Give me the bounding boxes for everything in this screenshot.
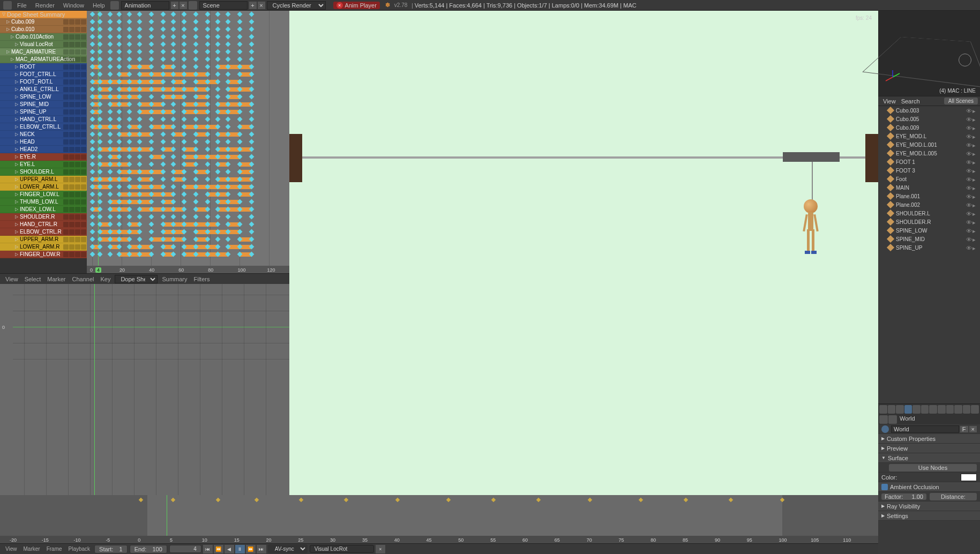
tab-layers-icon[interactable] bbox=[888, 405, 896, 414]
tab-material-icon[interactable] bbox=[946, 405, 954, 414]
layout-del[interactable]: × bbox=[179, 2, 187, 9]
channel-lower-arm-l[interactable]: ▷LOWER_ARM.L bbox=[0, 183, 87, 191]
node-icon[interactable] bbox=[881, 464, 889, 471]
channel-lower-arm-r[interactable]: ▷LOWER_ARM.R bbox=[0, 243, 87, 251]
dope-menu-channel[interactable]: Channel bbox=[69, 276, 97, 282]
channel-shoulder-r[interactable]: ▷SHOULDER.R bbox=[0, 213, 87, 221]
distance-field[interactable]: Distance: bbox=[930, 493, 977, 500]
current-frame-field[interactable]: 4 bbox=[169, 545, 201, 553]
nav-widget-icon[interactable] bbox=[959, 54, 971, 66]
world-icon[interactable] bbox=[881, 425, 889, 433]
tab-object-icon[interactable] bbox=[912, 405, 921, 414]
outliner-item-main[interactable]: MAIN👁▸ bbox=[878, 183, 980, 192]
channel-upper-arm-r[interactable]: ▷UPPER_ARM.R bbox=[0, 236, 87, 243]
outliner-item-spine-mid[interactable]: SPINE_MID👁▸ bbox=[878, 235, 980, 243]
dope-menu-select[interactable]: Select bbox=[21, 276, 44, 282]
channel-shoulder-l[interactable]: ▷SHOULDER.L bbox=[0, 168, 87, 176]
outliner-item-plane-001[interactable]: Plane.001👁▸ bbox=[878, 192, 980, 200]
scene-del[interactable]: × bbox=[258, 2, 265, 9]
channel-cubo-009[interactable]: ▷Cubo.009 bbox=[0, 18, 87, 26]
outliner-item-shoulder-r[interactable]: SHOULDER.R👁▸ bbox=[878, 218, 980, 226]
outliner-item-cubo-005[interactable]: Cubo.005👁▸ bbox=[878, 115, 980, 123]
outliner-item-eye-mod-l-001[interactable]: EYE_MOD.L.001👁▸ bbox=[878, 140, 980, 149]
outliner-item-foot-3[interactable]: FOOT 3👁▸ bbox=[878, 166, 980, 175]
outliner-item-cubo-003[interactable]: Cubo.003👁▸ bbox=[878, 106, 980, 115]
outliner-item-eye-mod-l[interactable]: EYE_MOD.L👁▸ bbox=[878, 132, 980, 140]
layout-icon[interactable] bbox=[110, 1, 119, 10]
tab-render-icon[interactable] bbox=[879, 405, 887, 414]
panel-ray[interactable]: ▶Ray Visibility bbox=[878, 501, 980, 511]
use-nodes-button[interactable]: Use Nodes bbox=[889, 464, 977, 471]
tab-constraints-icon[interactable] bbox=[921, 405, 929, 414]
dope-menu-marker[interactable]: Marker bbox=[44, 276, 69, 282]
datablock-fake[interactable]: F bbox=[960, 426, 968, 432]
sync-mode[interactable]: AV-sync bbox=[268, 544, 308, 553]
tab-physics-icon[interactable] bbox=[971, 405, 979, 414]
timeline-ruler[interactable]: -20-15-10-505101520253035404550556065707… bbox=[0, 536, 878, 543]
outliner-item-spine-up[interactable]: SPINE_UP👁▸ bbox=[878, 243, 980, 252]
menu-help[interactable]: Help bbox=[88, 2, 109, 9]
render-engine[interactable]: Cycles Render bbox=[267, 1, 326, 10]
jump-start-icon[interactable]: ⏮ bbox=[203, 545, 213, 553]
channel-head[interactable]: ▷HEAD bbox=[0, 138, 87, 146]
keyframe-next-icon[interactable]: ⏩ bbox=[246, 545, 256, 553]
keyframe-prev-icon[interactable]: ⏪ bbox=[214, 545, 223, 553]
channel-thumb-low-l[interactable]: ▷THUMB_LOW.L bbox=[0, 198, 87, 206]
outliner-view[interactable]: View bbox=[880, 98, 899, 104]
channel-cubo-010action[interactable]: ▷Cubo.010Action bbox=[0, 33, 87, 41]
channel-neck[interactable]: ▷NECK bbox=[0, 131, 87, 138]
tab-data-icon[interactable] bbox=[938, 405, 946, 414]
factor-value[interactable]: 1.00 bbox=[912, 493, 923, 500]
filters-label[interactable]: Filters bbox=[190, 276, 213, 282]
channel-hand-ctrl-r[interactable]: ▷HAND_CTRL.R bbox=[0, 221, 87, 228]
channel-head2[interactable]: ▷HEAD2 bbox=[0, 146, 87, 153]
outliner-item-foot[interactable]: Foot👁▸ bbox=[878, 175, 980, 183]
dope-mode[interactable]: Dope Sheet bbox=[115, 275, 158, 283]
outliner-mode[interactable]: All Scenes bbox=[944, 98, 978, 104]
tab-particles-icon[interactable] bbox=[963, 405, 971, 414]
outliner-item-shoulder-l[interactable]: SHOULDER.L👁▸ bbox=[878, 209, 980, 218]
panel-settings[interactable]: ▶Settings bbox=[878, 511, 980, 521]
channel-foot-ctrl-l[interactable]: ▷FOOT_CTRL.L bbox=[0, 71, 87, 78]
tab-scene-icon[interactable] bbox=[896, 405, 904, 414]
datablock-del[interactable]: × bbox=[969, 426, 977, 432]
outliner-item-eye-mod-l-005[interactable]: EYE_MOD.L.005👁▸ bbox=[878, 149, 980, 158]
summary-toggle[interactable]: Summary bbox=[159, 276, 190, 282]
channel-eye-l[interactable]: ▷EYE.L bbox=[0, 161, 87, 168]
tab-world-icon[interactable] bbox=[904, 405, 912, 414]
dope-ruler[interactable]: 020406080100120 bbox=[87, 266, 289, 273]
channel-upper-arm-l[interactable]: ▷UPPER_ARM.L bbox=[0, 176, 87, 183]
channel-foot-rot-l[interactable]: ▷FOOT_ROT.L bbox=[0, 78, 87, 86]
layout-add[interactable]: + bbox=[171, 2, 178, 9]
menu-file[interactable]: File bbox=[13, 2, 31, 9]
channel-eye-r[interactable]: ▷EYE.R bbox=[0, 153, 87, 161]
anim-player-button[interactable]: ×Anim Player bbox=[333, 2, 380, 9]
channel-hand-ctrl-l[interactable]: ▷HAND_CTRL.L bbox=[0, 116, 87, 123]
channel-summary[interactable]: ▽Dope Sheet Summary bbox=[0, 11, 87, 18]
channel-index-low-l[interactable]: ▷INDEX_LOW.L bbox=[0, 206, 87, 213]
panel-custom-props[interactable]: ▶Custom Properties bbox=[878, 434, 980, 444]
world-name-field[interactable] bbox=[891, 425, 959, 433]
tl-menu-playback[interactable]: Playback bbox=[65, 546, 94, 552]
viewport-canvas[interactable]: fps: 24 bbox=[289, 11, 878, 543]
outliner-item-plane-002[interactable]: Plane.002👁▸ bbox=[878, 200, 980, 209]
menu-window[interactable]: Window bbox=[59, 2, 88, 9]
outliner-item-foot-1[interactable]: FOOT 1👁▸ bbox=[878, 158, 980, 166]
channel-cubo-010[interactable]: ▷Cubo.010 bbox=[0, 26, 87, 33]
channel-root[interactable]: ▷ROOT bbox=[0, 63, 87, 71]
tl-menu-marker[interactable]: Marker bbox=[20, 546, 43, 552]
layout-field[interactable] bbox=[121, 1, 169, 10]
channel-visual-locrot[interactable]: ▷Visual LocRot bbox=[0, 41, 87, 48]
keying-set-field[interactable] bbox=[310, 545, 374, 553]
ao-checkbox[interactable] bbox=[881, 484, 888, 490]
tl-menu-frame[interactable]: Frame bbox=[43, 546, 65, 552]
play-reverse-icon[interactable]: ◀ bbox=[225, 545, 234, 553]
dope-menu-view[interactable]: View bbox=[2, 276, 21, 282]
scene-field[interactable] bbox=[199, 1, 248, 10]
tab-modifiers-icon[interactable] bbox=[929, 405, 937, 414]
jump-end-icon[interactable]: ⏭ bbox=[257, 545, 266, 553]
channel-ankle-ctrl-l[interactable]: ▷ANKLE_CTRL.L bbox=[0, 86, 87, 93]
character-mannequin[interactable] bbox=[795, 199, 827, 264]
menu-render[interactable]: Render bbox=[31, 2, 59, 9]
tl-menu-view[interactable]: View bbox=[2, 546, 20, 552]
